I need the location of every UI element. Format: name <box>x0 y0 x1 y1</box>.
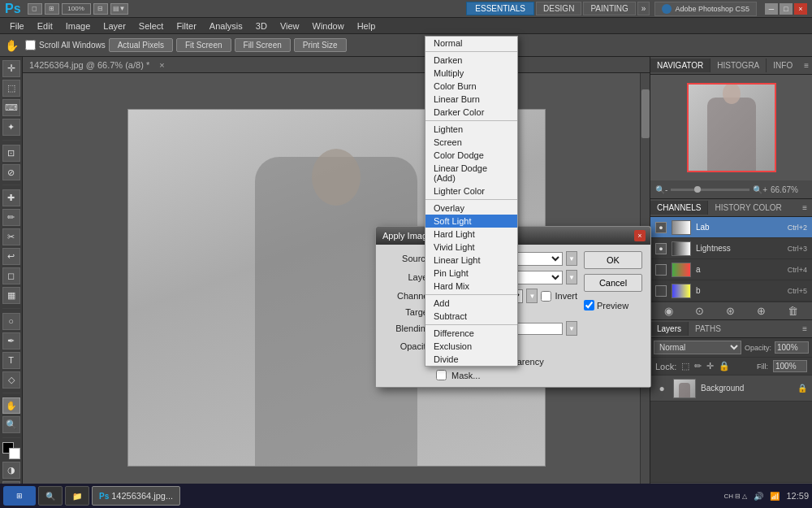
channel-delete-btn[interactable]: 🗑 <box>788 305 798 317</box>
menu-filter[interactable]: Filter <box>170 20 202 33</box>
channel-lab[interactable]: ● Lab Ctrl+2 <box>650 217 812 238</box>
close-btn[interactable]: × <box>794 3 807 15</box>
menu-window[interactable]: Window <box>306 20 351 33</box>
doc-tab-close-icon[interactable]: × <box>159 60 164 70</box>
menu-help[interactable]: Help <box>351 20 382 33</box>
blend-item-exclusion[interactable]: Exclusion <box>425 340 517 353</box>
tab-paths[interactable]: PATHS <box>689 322 728 336</box>
channel-eye-lightness[interactable]: ● <box>655 243 667 254</box>
cancel-button[interactable]: Cancel <box>584 274 642 292</box>
lasso-tool[interactable]: ⌨ <box>2 99 20 116</box>
scrollbar-v-thumb[interactable] <box>641 89 650 138</box>
print-size-btn[interactable]: Print Size <box>294 38 347 52</box>
brush-tool[interactable]: ✏ <box>2 209 20 226</box>
zoom-out-icon[interactable]: 🔍- <box>655 185 667 194</box>
tab-navigator[interactable]: NAVIGATOR <box>650 59 710 72</box>
menu-file[interactable]: File <box>3 20 31 33</box>
blend-item-vivid-light[interactable]: Vivid Light <box>425 241 517 254</box>
channel-eye-lab[interactable]: ● <box>655 222 667 233</box>
clone-tool[interactable]: ✂ <box>2 228 20 245</box>
actual-pixels-btn[interactable]: Actual Pixels <box>109 38 173 52</box>
preview-checkbox[interactable] <box>584 300 594 310</box>
blend-item-divide[interactable]: Divide <box>425 353 517 366</box>
nav-panel-menu-btn[interactable]: ≡ <box>799 59 812 72</box>
lock-all-icon[interactable]: 🔒 <box>719 361 730 371</box>
channel-mode-btn[interactable]: ◉ <box>664 305 673 317</box>
start-btn[interactable]: ⊞ <box>3 486 36 506</box>
blend-item-subtract[interactable]: Subtract <box>425 310 517 323</box>
channel-lightness[interactable]: ● Lightness Ctrl+3 <box>650 238 812 259</box>
menu-3d[interactable]: 3D <box>249 20 274 33</box>
taskbar-item-2[interactable]: 📁 <box>65 486 89 506</box>
zoom-icon[interactable]: 100% <box>62 3 91 15</box>
minimize-btn[interactable]: ─ <box>765 3 778 15</box>
taskbar-item-1[interactable]: 🔍 <box>38 486 63 506</box>
tab-essentials[interactable]: ESSENTIALS <box>466 2 534 15</box>
history-brush-tool[interactable]: ↩ <box>2 248 20 265</box>
mask-checkbox[interactable] <box>436 370 447 380</box>
tab-history-color[interactable]: HISTORY COLOR <box>708 201 788 215</box>
marquee-tool[interactable]: ⬚ <box>2 80 20 97</box>
magic-wand-tool[interactable]: ✦ <box>2 119 20 136</box>
zoom-slider-track[interactable] <box>671 189 749 191</box>
menu-image[interactable]: Image <box>59 20 97 33</box>
cs-live[interactable]: Adobe Photoshop CS5 <box>654 2 757 16</box>
lock-transparent-icon[interactable]: ⬚ <box>681 361 689 371</box>
tab-info[interactable]: INFO <box>767 59 799 72</box>
crop-tool[interactable]: ⊡ <box>2 145 20 162</box>
channels-menu-btn[interactable]: ≡ <box>797 201 812 215</box>
dodge-tool[interactable]: ○ <box>2 313 20 330</box>
new-doc-icon[interactable]: ◻ <box>28 3 42 15</box>
tab-channels[interactable]: CHANNELS <box>650 201 708 215</box>
menu-analysis[interactable]: Analysis <box>203 20 249 33</box>
blend-item-difference[interactable]: Difference <box>425 327 517 340</box>
tab-painting[interactable]: PAINTING <box>583 2 635 15</box>
extra-icon[interactable]: ▤▼ <box>110 3 128 15</box>
fg-bg-colors[interactable] <box>2 442 20 459</box>
blend-item-pin-light[interactable]: Pin Light <box>425 267 517 280</box>
fill-input[interactable] <box>773 360 807 372</box>
blend-item-linear-dodge[interactable]: Linear Dodge (Add) <box>425 162 517 185</box>
blend-item-hard-mix[interactable]: Hard Mix <box>425 280 517 293</box>
blend-item-overlay[interactable]: Overlay <box>425 202 517 215</box>
zoom-slider-thumb[interactable] <box>694 186 701 193</box>
blend-item-lighten[interactable]: Lighten <box>425 123 517 136</box>
layer-blend-mode[interactable]: Normal <box>654 341 741 354</box>
channel-save-btn[interactable]: ⊙ <box>695 305 704 317</box>
blend-item-hard-light[interactable]: Hard Light <box>425 228 517 241</box>
lock-position-icon[interactable]: ✛ <box>706 361 714 371</box>
menu-select[interactable]: Select <box>132 20 171 33</box>
blend-item-linear-burn[interactable]: Linear Burn <box>425 93 517 106</box>
hand-tool[interactable]: ✋ <box>2 397 20 415</box>
layer-arrow[interactable]: ▼ <box>566 270 577 284</box>
move-tool[interactable]: ✛ <box>2 60 20 77</box>
blend-item-color-burn[interactable]: Color Burn <box>425 80 517 93</box>
channel-new-btn[interactable]: ⊕ <box>757 305 766 317</box>
heal-tool[interactable]: ✚ <box>2 189 20 206</box>
blend-item-linear-light[interactable]: Linear Light <box>425 254 517 267</box>
blend-item-darker-color[interactable]: Darker Color <box>425 106 517 119</box>
gradient-tool[interactable]: ▦ <box>2 287 20 304</box>
lock-image-icon[interactable]: ✏ <box>694 361 702 371</box>
dialog-close-btn[interactable]: × <box>634 230 646 241</box>
zoom-in-icon[interactable]: 🔍+ <box>753 185 767 194</box>
invert-checkbox[interactable] <box>541 291 551 302</box>
source-arrow[interactable]: ▼ <box>566 251 577 266</box>
tab-design[interactable]: DESIGN <box>536 2 581 15</box>
quick-mask-btn[interactable]: ◑ <box>2 462 20 479</box>
blend-item-lighter-color[interactable]: Lighter Color <box>425 185 517 198</box>
fill-screen-btn[interactable]: Fill Screen <box>235 38 291 52</box>
more-workspaces-btn[interactable]: » <box>637 2 650 15</box>
pen-tool[interactable]: ✒ <box>2 332 20 350</box>
menu-layer[interactable]: Layer <box>97 20 132 33</box>
ok-button[interactable]: OK <box>584 251 642 269</box>
blend-item-color-dodge[interactable]: Color Dodge <box>425 149 517 162</box>
blend-item-darken[interactable]: Darken <box>425 54 517 67</box>
taskbar-item-ps[interactable]: Ps 14256364.jpg... <box>92 486 180 506</box>
zoom-tool[interactable]: 🔍 <box>2 416 20 433</box>
blend-item-multiply[interactable]: Multiply <box>425 67 517 80</box>
shape-tool[interactable]: ◇ <box>2 371 20 389</box>
view-icon[interactable]: ⊟ <box>93 3 108 15</box>
tab-layers[interactable]: Layers <box>650 322 689 336</box>
fit-screen-btn[interactable]: Fit Screen <box>176 38 231 52</box>
